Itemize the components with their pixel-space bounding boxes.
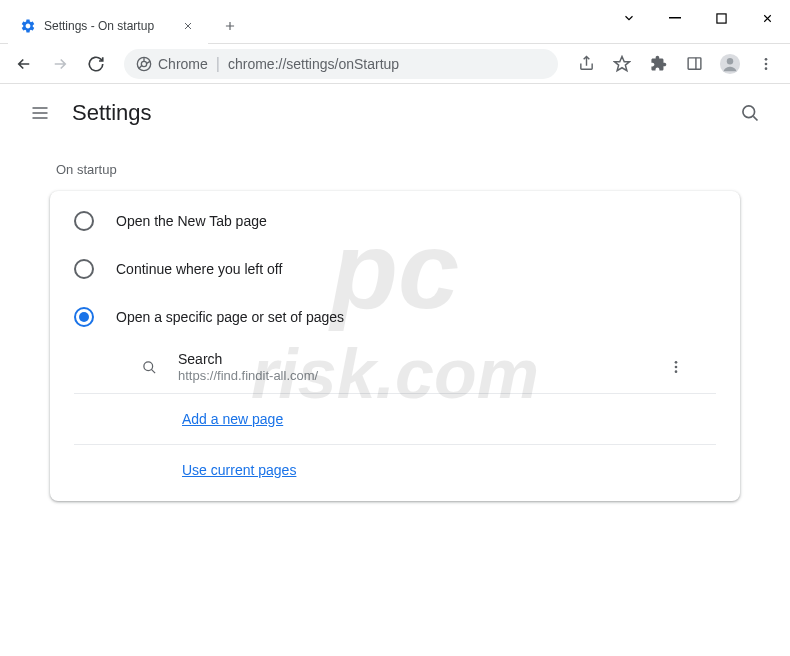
browser-toolbar: Chrome | chrome://settings/onStartup	[0, 44, 790, 84]
radio-option-new-tab[interactable]: Open the New Tab page	[50, 197, 740, 245]
svg-point-12	[675, 361, 678, 364]
toolbar-actions	[570, 48, 782, 80]
settings-content: On startup Open the New Tab page Continu…	[0, 142, 790, 521]
radio-option-specific-pages[interactable]: Open a specific page or set of pages	[50, 293, 740, 341]
add-page-row: Add a new page	[74, 394, 716, 445]
page-title: Settings	[72, 100, 152, 126]
window-close-button[interactable]	[744, 0, 790, 36]
tab-strip: Settings - On startup	[0, 0, 606, 44]
search-button[interactable]	[730, 93, 770, 133]
radio-label: Open a specific page or set of pages	[116, 309, 344, 325]
page-info: Search https://find.findit-all.com/	[178, 351, 640, 383]
browser-tab[interactable]: Settings - On startup	[8, 8, 208, 44]
svg-point-10	[743, 106, 755, 118]
search-icon	[140, 358, 158, 376]
tab-title: Settings - On startup	[44, 19, 172, 33]
svg-rect-4	[688, 58, 701, 69]
reload-button[interactable]	[80, 48, 112, 80]
svg-point-13	[675, 366, 678, 369]
window-controls	[606, 0, 790, 36]
page-name: Search	[178, 351, 640, 367]
back-button[interactable]	[8, 48, 40, 80]
chrome-badge: Chrome	[136, 56, 208, 72]
svg-rect-1	[716, 13, 725, 22]
svg-point-11	[143, 361, 152, 370]
new-tab-button[interactable]	[216, 12, 244, 40]
svg-point-8	[765, 62, 768, 65]
settings-header: Settings	[0, 84, 790, 142]
gear-icon	[20, 18, 36, 34]
svg-rect-0	[669, 17, 681, 19]
url-text: chrome://settings/onStartup	[228, 56, 399, 72]
close-icon[interactable]	[180, 18, 196, 34]
window-titlebar: Settings - On startup	[0, 0, 790, 44]
bookmark-button[interactable]	[606, 48, 638, 80]
radio-option-continue[interactable]: Continue where you left off	[50, 245, 740, 293]
svg-point-6	[727, 58, 733, 64]
omnibox-separator: |	[216, 55, 220, 73]
use-current-pages-link[interactable]: Use current pages	[182, 462, 296, 478]
startup-card: Open the New Tab page Continue where you…	[50, 191, 740, 501]
svg-point-9	[765, 67, 768, 70]
radio-label: Open the New Tab page	[116, 213, 267, 229]
menu-button[interactable]	[750, 48, 782, 80]
use-current-row: Use current pages	[74, 445, 716, 495]
window-dropdown-button[interactable]	[606, 0, 652, 36]
address-bar[interactable]: Chrome | chrome://settings/onStartup	[124, 49, 558, 79]
svg-point-14	[675, 370, 678, 373]
page-url: https://find.findit-all.com/	[178, 368, 640, 383]
hamburger-menu-button[interactable]	[20, 93, 60, 133]
radio-icon	[74, 307, 94, 327]
radio-icon	[74, 211, 94, 231]
radio-label: Continue where you left off	[116, 261, 282, 277]
profile-button[interactable]	[714, 48, 746, 80]
chrome-icon	[136, 56, 152, 72]
share-button[interactable]	[570, 48, 602, 80]
startup-page-entry: Search https://find.findit-all.com/	[74, 341, 716, 394]
window-minimize-button[interactable]	[652, 0, 698, 36]
add-page-link[interactable]: Add a new page	[182, 411, 283, 427]
page-more-button[interactable]	[660, 351, 692, 383]
sidepanel-button[interactable]	[678, 48, 710, 80]
extensions-button[interactable]	[642, 48, 674, 80]
forward-button[interactable]	[44, 48, 76, 80]
svg-point-7	[765, 58, 768, 61]
radio-icon	[74, 259, 94, 279]
scheme-label: Chrome	[158, 56, 208, 72]
section-title: On startup	[56, 162, 740, 177]
window-maximize-button[interactable]	[698, 0, 744, 36]
